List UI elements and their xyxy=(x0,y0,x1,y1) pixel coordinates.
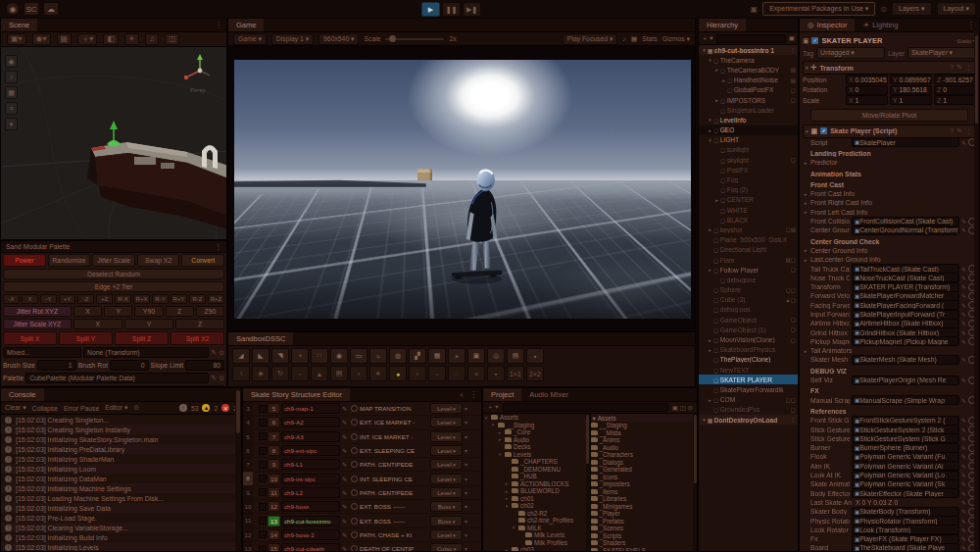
scene-overlay-icon[interactable]: ＋ xyxy=(5,71,18,83)
scene-menu-icon[interactable]: ⋮ xyxy=(215,21,222,29)
palette-menu-icon[interactable]: ⋮ xyxy=(215,241,221,252)
sandbox-tool-icon[interactable]: × xyxy=(448,348,466,364)
scene-tool-icon[interactable]: ▣▾ xyxy=(7,33,26,45)
pencil-icon[interactable]: ✎ xyxy=(961,490,966,497)
y-field[interactable]: Y0.08999679 xyxy=(890,75,932,84)
edge-tier-button[interactable]: Edge +2 Tier xyxy=(3,281,224,292)
object-reference-field[interactable]: X 0 Y 0.03 Z 0 xyxy=(854,498,959,506)
jitter-rot-button[interactable]: Jitter Rot XYZ xyxy=(3,306,72,317)
hierarchy-item[interactable]: SKATER PLAYER xyxy=(699,375,798,384)
scene-name-field[interactable]: ch9-ext-slpc xyxy=(281,445,340,456)
layout-dropdown[interactable]: Layout ▾ xyxy=(937,2,976,16)
step-button[interactable]: ▶❚ xyxy=(463,2,481,17)
axis-nudge-button[interactable]: +Z xyxy=(96,294,113,304)
pencil-icon[interactable]: ✎ xyxy=(211,349,217,357)
hierarchy-item-badges[interactable]: ▤▢ xyxy=(786,257,798,263)
structure-row[interactable]: 8 10 ch9-int-slpc INT. SLEEPING CE Level xyxy=(243,472,481,485)
z-field[interactable]: Z1 xyxy=(934,95,976,105)
y-field[interactable]: Y1 xyxy=(890,95,932,105)
hierarchy-item-badges[interactable]: ▢ xyxy=(791,267,798,273)
row-index-button[interactable]: 9 xyxy=(268,459,280,470)
console-log-entry[interactable]: ! [15:02:03] Initializing ShaderMan xyxy=(1,454,241,464)
sandbox-tool-icon[interactable]: ＋ xyxy=(291,348,309,364)
axis-nudge-button[interactable]: -Z xyxy=(77,294,94,304)
asset-list-item[interactable]: _Generated xyxy=(591,466,698,474)
palette-asset-field[interactable]: CubePalette (Modular Palette Data) xyxy=(25,373,209,383)
sandbox-tool-icon[interactable]: ∗ xyxy=(369,366,387,381)
tab-console[interactable]: Console xyxy=(1,388,44,401)
hierarchy-item[interactable]: BLACK xyxy=(699,215,798,225)
asset-list-item[interactable]: _Scenes xyxy=(591,525,698,532)
hierarchy-item[interactable]: ▾ DontDestroyOnLoad ⋮ xyxy=(699,415,798,425)
sandbox-tool-icon[interactable]: ◣ xyxy=(252,348,270,364)
object-picker-icon[interactable] xyxy=(351,531,358,538)
tag-dropdown[interactable]: Untagged ▾ xyxy=(816,47,885,59)
asset-list-item[interactable]: _Player xyxy=(591,510,698,518)
pencil-icon[interactable]: ✎ xyxy=(961,499,966,506)
pencil-icon[interactable] xyxy=(340,518,349,525)
scene-tool-icon[interactable]: ♫ xyxy=(145,33,159,45)
hierarchy-item[interactable]: Fog (2) xyxy=(699,185,798,195)
inspector-property-row[interactable]: Nose Truck Cast NoseTruckCast (Skate Cas… xyxy=(803,274,976,282)
asset-list-item[interactable]: _Prefabs xyxy=(591,518,698,526)
foldout-arrow[interactable]: ▸ xyxy=(803,257,808,263)
jitter-scale-axis-button[interactable]: X xyxy=(74,319,122,329)
pencil-icon[interactable]: ✎ xyxy=(961,518,966,525)
sandbox-tool-icon[interactable]: ‹ xyxy=(409,366,426,381)
hierarchy-add-button[interactable]: ＋ ▾ xyxy=(702,34,713,43)
scene-tool-icon[interactable]: ◧ xyxy=(103,33,119,45)
pencil-icon[interactable]: ✎ xyxy=(961,453,966,460)
console-log-entry[interactable]: ! [15:02:03] Initializing Loom xyxy=(1,464,241,474)
pencil-icon[interactable] xyxy=(340,461,349,468)
object-reference-field[interactable]: SkatePlayer xyxy=(852,137,959,147)
inspector-property-row[interactable]: Center Ground Check ✎ xyxy=(803,236,976,245)
inspector-property-row[interactable]: Stick Gesture System 2 StickGestureSyste… xyxy=(803,425,976,433)
pencil-icon[interactable] xyxy=(340,433,349,440)
split-button[interactable]: Split Z xyxy=(115,331,169,345)
sandbox-tool-icon[interactable]: ▭ xyxy=(350,348,368,364)
y-field[interactable]: Y180.5618 xyxy=(890,85,932,95)
hierarchy-item-badges[interactable]: ▤ xyxy=(791,77,798,83)
foldout-arrow[interactable]: ▸ xyxy=(713,67,720,73)
pencil-icon[interactable] xyxy=(340,447,349,454)
hierarchy-item[interactable]: ▸ TheCameraBODY ▤ xyxy=(699,65,798,75)
inspector-property-row[interactable]: Physic Rotator PhysicRotator (Transform)… xyxy=(803,516,976,525)
row-index-button[interactable]: 5 xyxy=(268,403,280,414)
inspector-property-row[interactable]: Landing Prediction ✎ xyxy=(803,149,976,158)
jitter-rot-axis-button[interactable]: Z xyxy=(166,306,194,317)
foldout-arrow[interactable]: ▾ xyxy=(593,415,596,422)
sandbox-tool-icon[interactable]: ▪ xyxy=(526,348,544,364)
sandbox-tool-icon[interactable]: ● xyxy=(389,366,407,381)
hierarchy-item-badges[interactable]: ▲▢ xyxy=(785,297,798,303)
inspector-property-row[interactable]: Body Effector SkaterEffector (Skate Play… xyxy=(803,488,976,497)
console-log-entry[interactable]: ! [15:02:03] Initializing SkateStory.Sin… xyxy=(1,434,241,444)
hierarchy-item[interactable]: Flare ▤▢ xyxy=(699,255,798,265)
console-log-entry[interactable]: ! [15:02:03] Creating Singleton Instantl… xyxy=(1,425,241,434)
pencil-icon[interactable]: ✎ xyxy=(961,472,966,478)
hierarchy-item-badges[interactable]: ▢▤ xyxy=(786,226,798,232)
object-reference-field[interactable]: SkaterEffector (Skate Player xyxy=(852,488,959,498)
row-checkbox[interactable] xyxy=(259,405,267,413)
console-clear-button[interactable]: Clear ▾ xyxy=(5,404,26,412)
sandbox-tool-icon[interactable]: ▦ xyxy=(428,348,446,364)
search-icon[interactable]: ⊙ xyxy=(880,5,887,14)
row-options-icon[interactable] xyxy=(463,461,471,468)
z-field[interactable]: Z-901.6257 xyxy=(934,75,976,84)
pencil-icon[interactable]: ✎ xyxy=(961,275,966,281)
scene-tool-icon[interactable]: ＋▾ xyxy=(77,33,97,45)
foldout-arrow[interactable]: ▾ xyxy=(504,503,510,509)
jitter-scale-button[interactable]: Jitter Scale XYZ xyxy=(3,319,72,329)
scene-tool-icon[interactable]: ▦ xyxy=(57,33,73,45)
sandbox-tool-icon[interactable]: ◈ xyxy=(252,366,270,381)
pencil-icon[interactable]: ✎ xyxy=(961,283,966,290)
inspector-property-row[interactable]: Skate Animator Polyman Generic Variant (… xyxy=(803,479,976,488)
object-picker-icon[interactable]: ⊙ xyxy=(219,349,224,357)
folder-tree-item[interactable]: ▾ Assets xyxy=(483,414,590,422)
presets-icon[interactable]: ✎ xyxy=(956,64,962,72)
scene-tool-icon[interactable]: ◉▾ xyxy=(32,33,51,45)
sandbox-tool-icon[interactable]: 1×1 xyxy=(507,366,524,381)
foldout-arrow[interactable]: ▸ xyxy=(707,127,713,133)
folder-tree-item[interactable]: ▸ _Core xyxy=(483,428,590,436)
slope-limit-field[interactable]: 80 xyxy=(185,360,224,371)
palette-mode-button[interactable]: Randomize xyxy=(48,254,91,267)
